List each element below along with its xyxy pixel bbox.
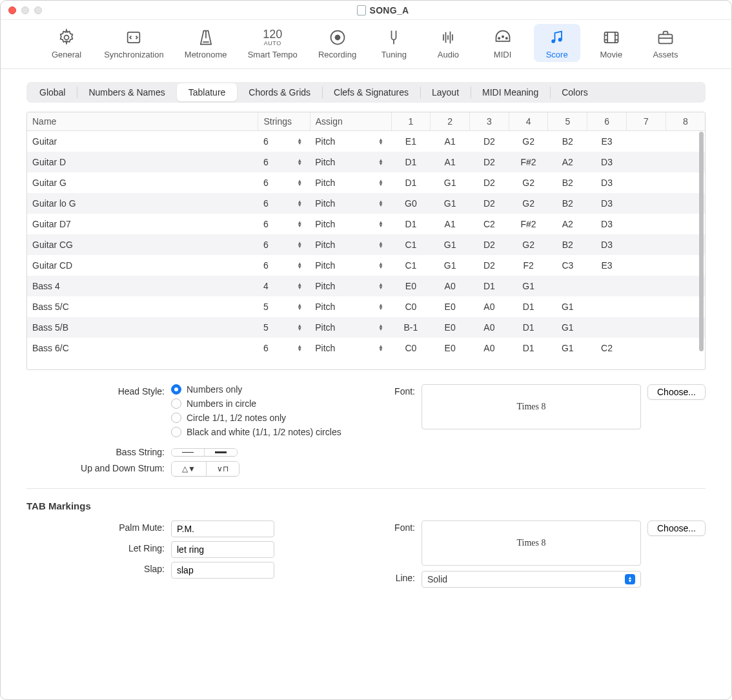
tablature-table-scroll[interactable]: NameStringsAssign12345678 Guitar6▲▼Pitch…: [27, 112, 705, 369]
cell-string-7[interactable]: [626, 172, 666, 193]
cell-string-6[interactable]: [587, 317, 627, 338]
toolbar-synchronization[interactable]: Synchronization: [97, 24, 170, 62]
cell-string-2[interactable]: G1: [431, 172, 470, 193]
stepper-icon[interactable]: ▲▼: [378, 262, 386, 269]
stepper-icon[interactable]: ▲▼: [378, 345, 386, 351]
cell-string-6[interactable]: D3: [587, 152, 627, 172]
toolbar-smart-tempo[interactable]: 120 AUTO Smart Tempo: [241, 24, 304, 62]
cell-string-1[interactable]: C0: [391, 296, 431, 317]
cell-string-1[interactable]: D1: [391, 214, 431, 234]
cell-assign[interactable]: Pitch▲▼: [310, 193, 391, 214]
table-row[interactable]: Bass 5/C5▲▼Pitch▲▼C0E0A0D1G1: [27, 296, 705, 317]
stepper-icon[interactable]: ▲▼: [297, 138, 305, 145]
cell-string-2[interactable]: G1: [431, 234, 470, 255]
cell-strings[interactable]: 6▲▼: [258, 193, 310, 214]
cell-string-7[interactable]: [626, 234, 666, 255]
cell-string-7[interactable]: [626, 317, 666, 338]
cell-string-3[interactable]: A0: [470, 296, 509, 317]
cell-string-5[interactable]: B2: [548, 131, 587, 152]
cell-string-5[interactable]: B2: [548, 172, 587, 193]
cell-string-6[interactable]: D3: [587, 234, 627, 255]
table-row[interactable]: Guitar lo G6▲▼Pitch▲▼G0G1D2G2B2D3: [27, 193, 705, 214]
cell-string-3[interactable]: D2: [470, 234, 509, 255]
cell-string-2[interactable]: E0: [431, 296, 470, 317]
stepper-icon[interactable]: ▲▼: [297, 242, 305, 248]
cell-string-4[interactable]: G2: [509, 131, 548, 152]
cell-string-5[interactable]: G1: [548, 338, 587, 358]
col-header-8[interactable]: 8: [666, 112, 705, 131]
cell-string-3[interactable]: D2: [470, 193, 509, 214]
cell-string-4[interactable]: G2: [509, 234, 548, 255]
toolbar-general[interactable]: General: [43, 24, 90, 62]
col-header-assign[interactable]: Assign: [310, 112, 391, 131]
cell-string-1[interactable]: E1: [391, 131, 431, 152]
slap-input[interactable]: [171, 562, 274, 579]
cell-strings[interactable]: 6▲▼: [258, 214, 310, 234]
cell-string-6[interactable]: D3: [587, 172, 627, 193]
cell-string-2[interactable]: A1: [431, 214, 470, 234]
table-row[interactable]: Bass 44▲▼Pitch▲▼E0A0D1G1: [27, 276, 705, 296]
cell-string-6[interactable]: [587, 276, 627, 296]
subtab-global[interactable]: Global: [28, 83, 77, 101]
cell-string-4[interactable]: F#2: [509, 214, 548, 234]
vertical-scrollbar[interactable]: [699, 132, 704, 364]
cell-assign[interactable]: Pitch▲▼: [310, 276, 391, 296]
cell-assign[interactable]: Pitch▲▼: [310, 255, 391, 276]
cell-string-2[interactable]: A1: [431, 131, 470, 152]
col-header-name[interactable]: Name: [27, 112, 258, 131]
subtab-numbers-names[interactable]: Numbers & Names: [77, 83, 176, 101]
cell-string-7[interactable]: [626, 255, 666, 276]
cell-name[interactable]: Guitar G: [27, 172, 258, 193]
stepper-icon[interactable]: ▲▼: [378, 283, 386, 289]
table-row[interactable]: Bass 5/B5▲▼Pitch▲▼B-1E0A0D1G1: [27, 317, 705, 338]
table-row[interactable]: Guitar6▲▼Pitch▲▼E1A1D2G2B2E3: [27, 131, 705, 152]
subtab-chords-grids[interactable]: Chords & Grids: [237, 83, 322, 101]
cell-string-7[interactable]: [626, 193, 666, 214]
head-style-option-0[interactable]: Numbers only: [171, 384, 383, 395]
cell-assign[interactable]: Pitch▲▼: [310, 338, 391, 358]
cell-string-4[interactable]: F2: [509, 255, 548, 276]
cell-strings[interactable]: 6▲▼: [258, 338, 310, 358]
cell-string-7[interactable]: [626, 152, 666, 172]
cell-name[interactable]: Guitar lo G: [27, 193, 258, 214]
table-row[interactable]: Guitar D6▲▼Pitch▲▼D1A1D2F#2A2D3: [27, 152, 705, 172]
cell-string-6[interactable]: E3: [587, 131, 627, 152]
cell-string-1[interactable]: E0: [391, 276, 431, 296]
cell-string-6[interactable]: C2: [587, 338, 627, 358]
stepper-icon[interactable]: ▲▼: [297, 345, 305, 351]
cell-string-3[interactable]: D2: [470, 172, 509, 193]
head-style-option-2[interactable]: Circle 1/1, 1/2 notes only: [171, 413, 383, 423]
toolbar-assets[interactable]: Assets: [642, 24, 689, 62]
cell-string-6[interactable]: D3: [587, 214, 627, 234]
toolbar-midi[interactable]: MIDI: [480, 24, 526, 62]
cell-name[interactable]: Bass 6/C: [27, 338, 258, 358]
cell-string-4[interactable]: D1: [509, 338, 548, 358]
palm-mute-input[interactable]: [171, 520, 274, 537]
cell-name[interactable]: Bass 4: [27, 276, 258, 296]
cell-strings[interactable]: 4▲▼: [258, 276, 310, 296]
cell-string-6[interactable]: D3: [587, 193, 627, 214]
bass-string-thick[interactable]: [204, 449, 237, 456]
stepper-icon[interactable]: ▲▼: [378, 180, 386, 186]
cell-string-3[interactable]: D2: [470, 255, 509, 276]
col-header-strings[interactable]: Strings: [258, 112, 310, 131]
cell-string-7[interactable]: [626, 296, 666, 317]
subtab-clefs-signatures[interactable]: Clefs & Signatures: [322, 83, 420, 101]
minimize-window-button[interactable]: [21, 6, 29, 14]
cell-string-4[interactable]: G2: [509, 172, 548, 193]
cell-strings[interactable]: 6▲▼: [258, 172, 310, 193]
stepper-icon[interactable]: ▲▼: [297, 200, 305, 207]
cell-strings[interactable]: 6▲▼: [258, 152, 310, 172]
cell-string-1[interactable]: D1: [391, 152, 431, 172]
subtab-layout[interactable]: Layout: [420, 83, 471, 101]
cell-string-5[interactable]: A2: [548, 214, 587, 234]
cell-string-4[interactable]: G2: [509, 193, 548, 214]
let-ring-input[interactable]: [171, 541, 274, 558]
cell-string-7[interactable]: [626, 214, 666, 234]
cell-string-1[interactable]: B-1: [391, 317, 431, 338]
table-row[interactable]: Guitar CD6▲▼Pitch▲▼C1G1D2F2C3E3: [27, 255, 705, 276]
cell-string-3[interactable]: D2: [470, 131, 509, 152]
cell-string-5[interactable]: B2: [548, 234, 587, 255]
cell-string-1[interactable]: D1: [391, 172, 431, 193]
cell-string-4[interactable]: G1: [509, 276, 548, 296]
